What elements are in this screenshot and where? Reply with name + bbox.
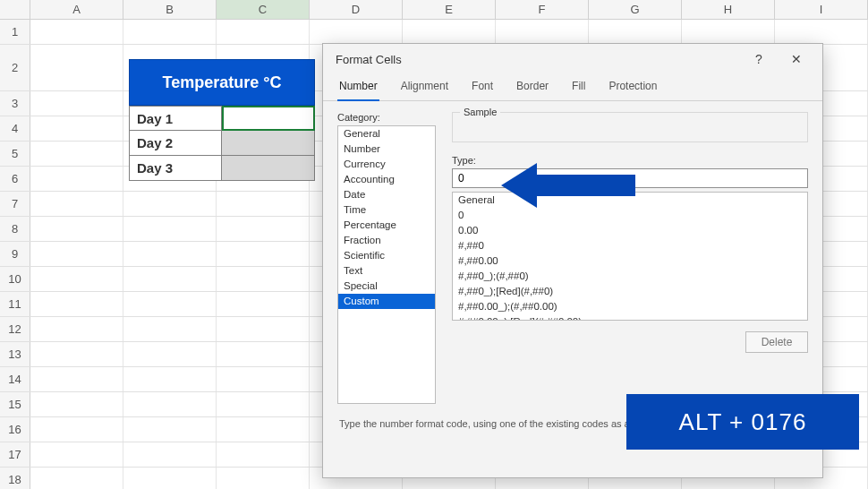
cell[interactable] [682, 20, 775, 44]
cell[interactable] [123, 292, 217, 316]
column-header-H[interactable]: H [682, 0, 775, 19]
category-item[interactable]: Percentage [338, 218, 435, 233]
format-item[interactable]: 0.00 [453, 223, 807, 238]
format-item[interactable]: #,##0.00_);(#,##0.00) [453, 299, 807, 314]
category-list[interactable]: GeneralNumberCurrencyAccountingDateTimeP… [337, 125, 436, 404]
category-item[interactable]: Fraction [338, 233, 435, 248]
category-item[interactable]: Date [338, 187, 435, 202]
column-header-B[interactable]: B [123, 0, 217, 19]
cell[interactable] [217, 442, 310, 467]
row-header-11[interactable]: 11 [0, 292, 30, 316]
cell[interactable] [217, 267, 310, 291]
cell[interactable] [123, 367, 217, 391]
category-item[interactable]: Text [338, 263, 435, 279]
cell[interactable] [217, 417, 310, 442]
cell[interactable] [310, 20, 403, 44]
cell[interactable] [123, 192, 217, 216]
row-header-3[interactable]: 3 [0, 91, 30, 116]
cell[interactable] [123, 267, 217, 291]
row-header-17[interactable]: 17 [0, 442, 30, 467]
cell[interactable] [123, 317, 217, 341]
cell[interactable] [217, 317, 310, 341]
merged-header-cell[interactable]: Temperature °C [129, 59, 315, 106]
select-all-corner[interactable] [0, 0, 30, 19]
cell[interactable] [30, 242, 123, 266]
cell[interactable] [30, 142, 123, 166]
tab-number[interactable]: Number [337, 74, 379, 101]
format-item[interactable]: #,##0 [453, 238, 807, 253]
column-header-C[interactable]: C [217, 0, 310, 19]
day-label[interactable]: Day 1 [129, 106, 222, 131]
format-item[interactable]: #,##0_);(#,##0) [453, 269, 807, 284]
day-label[interactable]: Day 2 [129, 131, 222, 156]
category-item[interactable]: General [338, 126, 435, 142]
cell[interactable] [217, 392, 310, 416]
category-item[interactable]: Scientific [338, 248, 435, 263]
row-header-1[interactable]: 1 [0, 20, 30, 44]
column-header-D[interactable]: D [310, 0, 403, 19]
cell[interactable] [217, 20, 310, 44]
cell[interactable] [30, 367, 123, 391]
cell[interactable] [217, 192, 310, 216]
help-button[interactable]: ? [740, 47, 778, 72]
column-header-G[interactable]: G [589, 0, 682, 19]
tab-font[interactable]: Font [470, 74, 495, 100]
row-header-2[interactable]: 2 [0, 45, 30, 90]
row-header-16[interactable]: 16 [0, 417, 30, 442]
column-header-I[interactable]: I [775, 0, 868, 19]
cell[interactable] [30, 20, 123, 44]
category-item[interactable]: Special [338, 279, 435, 294]
row-header-7[interactable]: 7 [0, 192, 30, 216]
format-list[interactable]: General00.00#,##0#,##0.00#,##0_);(#,##0)… [452, 192, 808, 321]
row-header-18[interactable]: 18 [0, 468, 30, 489]
cell[interactable] [123, 242, 217, 266]
cell[interactable] [403, 20, 496, 44]
format-item[interactable]: General [453, 193, 807, 208]
temperature-cell[interactable] [222, 156, 315, 181]
cell[interactable] [217, 217, 310, 241]
format-item[interactable]: #,##0.00_);[Red](#,##0.00) [453, 314, 807, 321]
cell[interactable] [123, 417, 217, 442]
row-header-10[interactable]: 10 [0, 267, 30, 291]
cell[interactable] [30, 167, 123, 191]
temperature-cell[interactable] [222, 106, 315, 131]
cell[interactable] [217, 292, 310, 316]
cell[interactable] [217, 468, 310, 489]
cell[interactable] [123, 217, 217, 241]
category-item[interactable]: Custom [338, 294, 435, 309]
cell[interactable] [30, 317, 123, 341]
cell[interactable] [30, 468, 123, 489]
row-header-6[interactable]: 6 [0, 167, 30, 191]
cell[interactable] [30, 91, 123, 116]
category-item[interactable]: Number [338, 142, 435, 157]
cell[interactable] [30, 392, 123, 416]
category-item[interactable]: Accounting [338, 172, 435, 187]
tab-border[interactable]: Border [515, 74, 550, 100]
cell[interactable] [123, 468, 217, 489]
column-header-F[interactable]: F [496, 0, 589, 19]
cell[interactable] [496, 20, 589, 44]
cell[interactable] [123, 342, 217, 366]
cell[interactable] [30, 267, 123, 291]
close-button[interactable]: ✕ [778, 47, 815, 72]
row-header-5[interactable]: 5 [0, 142, 30, 166]
tab-alignment[interactable]: Alignment [399, 74, 450, 100]
row-header-15[interactable]: 15 [0, 392, 30, 416]
temperature-cell[interactable] [222, 131, 315, 156]
cell[interactable] [775, 20, 868, 44]
row-header-14[interactable]: 14 [0, 367, 30, 391]
column-header-A[interactable]: A [30, 0, 123, 19]
tab-fill[interactable]: Fill [570, 74, 587, 100]
row-header-9[interactable]: 9 [0, 242, 30, 266]
cell[interactable] [30, 342, 123, 366]
delete-button[interactable]: Delete [745, 331, 808, 353]
cell[interactable] [30, 442, 123, 467]
cell[interactable] [30, 45, 123, 90]
cell[interactable] [589, 20, 682, 44]
format-item[interactable]: #,##0_);[Red](#,##0) [453, 284, 807, 299]
format-item[interactable]: #,##0.00 [453, 253, 807, 269]
cell[interactable] [217, 367, 310, 391]
cell[interactable] [123, 20, 217, 44]
cell[interactable] [30, 192, 123, 216]
column-header-E[interactable]: E [403, 0, 496, 19]
